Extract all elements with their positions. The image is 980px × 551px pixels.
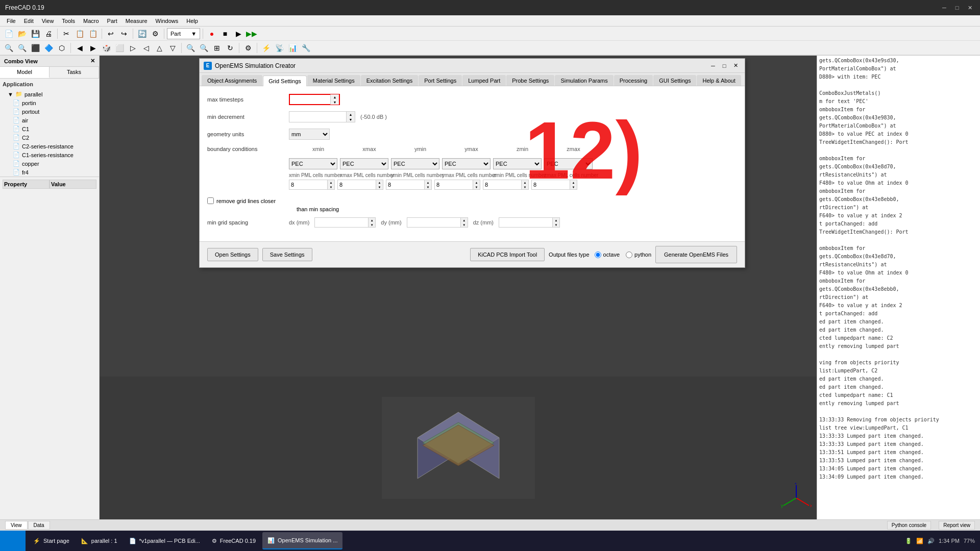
close-button[interactable]: ✕ (965, 3, 975, 13)
python-radio[interactable] (626, 252, 632, 258)
open-btn[interactable]: 📂 (16, 28, 28, 40)
pml-zmax-up[interactable]: ▲ (570, 180, 577, 185)
print-btn[interactable]: 🖨 (42, 28, 55, 40)
view-back2[interactable]: ▽ (166, 42, 179, 54)
pml-xmin-input[interactable] (289, 180, 327, 189)
pml-zmin-input[interactable] (483, 180, 521, 189)
zoom-fit[interactable]: ⊞ (211, 42, 223, 54)
menu-tools[interactable]: Tools (58, 17, 79, 25)
tab-object-assignments[interactable]: Object Assignments (202, 75, 262, 86)
new-btn[interactable]: 📄 (3, 28, 15, 40)
min-decrement-input[interactable]: 0.0000100000 (289, 112, 346, 122)
boundary-ymin-select[interactable]: PECPMCMURPML (391, 158, 439, 169)
taskbar-freecad[interactable]: ⚙ FreeCAD 0.19 (207, 532, 261, 549)
pml-ymax-down[interactable]: ▼ (473, 185, 480, 189)
tab-gui-settings[interactable]: GUI Settings (653, 75, 696, 86)
dy-down[interactable]: ▼ (460, 222, 468, 227)
tab-simulation-params[interactable]: Simulation Params (555, 75, 613, 86)
max-timesteps-decrement[interactable]: ▼ (331, 99, 339, 105)
tab-grid-settings[interactable]: Grid Settings (263, 76, 307, 86)
tree-item-c1-series[interactable]: 📄 C1-series-resistance (0, 151, 99, 159)
taskbar-v1parallel[interactable]: 📄 *v1parallel — PCB Edi... (124, 532, 205, 549)
view-tab[interactable]: View (5, 521, 28, 530)
view-top[interactable]: ⬜ (113, 42, 126, 54)
tree-item-parallel[interactable]: ▼ 📁 parallel (0, 90, 99, 98)
play-btn[interactable]: ▶▶ (246, 28, 258, 40)
view-right[interactable]: ▷ (127, 42, 139, 54)
dz-down[interactable]: ▼ (552, 222, 559, 227)
tree-item-portin[interactable]: 📄 portin (0, 98, 99, 107)
boundary-xmax-select[interactable]: PECPMCMURPML (340, 158, 388, 169)
pml-zmax-down[interactable]: ▼ (570, 185, 577, 189)
zoom-out[interactable]: 🔍 (198, 42, 210, 54)
taskbar-startpage[interactable]: ⚡ Start page (28, 532, 75, 549)
menu-edit[interactable]: Edit (20, 17, 38, 25)
view-fwd[interactable]: ▶ (87, 42, 99, 54)
dx-down[interactable]: ▼ (368, 222, 375, 227)
undo-btn[interactable]: ↩ (105, 28, 117, 40)
boundary-ymax-select[interactable]: PECPMCMURPML (442, 158, 491, 169)
tab-help-about[interactable]: Help & About (697, 75, 741, 86)
menu-windows[interactable]: Windows (152, 17, 183, 25)
panel-tab-model[interactable]: Model (0, 67, 50, 78)
min-decrement-decrement[interactable]: ▼ (347, 117, 355, 122)
paste-btn[interactable]: 📋 (87, 28, 99, 40)
tab-port-settings[interactable]: Port Settings (419, 75, 462, 86)
generate-openems-button[interactable]: Generate OpenEMS Files (655, 246, 737, 263)
menu-help[interactable]: Help (182, 17, 202, 25)
max-timesteps-increment[interactable]: ▲ (331, 94, 339, 99)
view-3d[interactable]: 🎲 (100, 42, 112, 54)
tb2-1[interactable]: 🔍 (3, 42, 15, 54)
tb2-4[interactable]: 🔷 (42, 42, 55, 54)
part-selector[interactable]: Part▼ (167, 28, 200, 39)
minimize-button[interactable]: ─ (939, 3, 949, 13)
tree-item-c2[interactable]: 📄 C2 (0, 133, 99, 142)
refresh-btn[interactable]: 🔄 (136, 28, 148, 40)
taskbar-parallel[interactable]: 📐 parallel : 1 (76, 532, 122, 549)
view-back[interactable]: ◀ (74, 42, 86, 54)
taskbar-openems[interactable]: 📊 OpenEMS Simulation ... (262, 532, 342, 549)
menu-view[interactable]: View (38, 17, 58, 25)
start-button[interactable] (0, 531, 26, 551)
copy-btn[interactable]: 📋 (74, 28, 86, 40)
pml-ymax-up[interactable]: ▲ (473, 180, 480, 185)
max-timesteps-input[interactable]: 1 (290, 95, 330, 104)
pml-zmin-up[interactable]: ▲ (521, 180, 528, 185)
extra4[interactable]: 🔧 (300, 42, 312, 54)
tb2-3[interactable]: ⬛ (29, 42, 41, 54)
tree-item-fr4[interactable]: 📄 fr4 (0, 168, 99, 177)
save-btn[interactable]: 💾 (29, 28, 41, 40)
tree-item-c1[interactable]: 📄 C1 (0, 124, 99, 133)
kicad-import-button[interactable]: KiCAD PCB Import Tool (470, 248, 545, 261)
extra2[interactable]: 📡 (273, 42, 285, 54)
menu-macro[interactable]: Macro (79, 17, 103, 25)
tree-item-c2-series[interactable]: 📄 C2-series-resistance (0, 142, 99, 151)
view-front[interactable]: △ (153, 42, 165, 54)
redo-btn[interactable]: ↪ (118, 28, 130, 40)
dy-input[interactable]: 0.0000010000 (407, 218, 460, 227)
tab-material-settings[interactable]: Material Settings (307, 75, 360, 86)
dx-input[interactable]: 0.00000100000 (315, 218, 368, 227)
cut-btn[interactable]: ✂ (60, 28, 72, 40)
step-btn[interactable]: ▶ (232, 28, 244, 40)
dialog-maximize-btn[interactable]: □ (719, 61, 729, 71)
min-decrement-increment[interactable]: ▲ (347, 112, 355, 117)
save-settings-button[interactable]: Save Settings (262, 248, 312, 261)
part-tools[interactable]: ⚙ (242, 42, 254, 54)
pml-xmin-up[interactable]: ▲ (327, 180, 334, 185)
pml-ymax-input[interactable] (435, 180, 473, 189)
open-settings-button[interactable]: Open Settings (207, 248, 258, 261)
start-btn[interactable]: ● (206, 28, 218, 40)
python-console-btn[interactable]: Python console (887, 521, 931, 530)
pml-xmax-down[interactable]: ▼ (376, 185, 383, 189)
boundary-zmax-select[interactable]: PECPMCMURPML (544, 158, 593, 169)
data-tab[interactable]: Data (28, 521, 50, 530)
tb2-2[interactable]: 🔍 (16, 42, 28, 54)
pml-ymin-down[interactable]: ▼ (424, 185, 431, 189)
octave-radio[interactable] (595, 252, 601, 258)
boundary-xmin-select[interactable]: PECPMCMURPML (289, 158, 337, 169)
tab-excitation-settings[interactable]: Excitation Settings (361, 75, 419, 86)
tab-probe-settings[interactable]: Probe Settings (506, 75, 554, 86)
pml-xmin-down[interactable]: ▼ (327, 185, 334, 189)
tab-lumped-part[interactable]: Lumped Part (462, 75, 506, 86)
